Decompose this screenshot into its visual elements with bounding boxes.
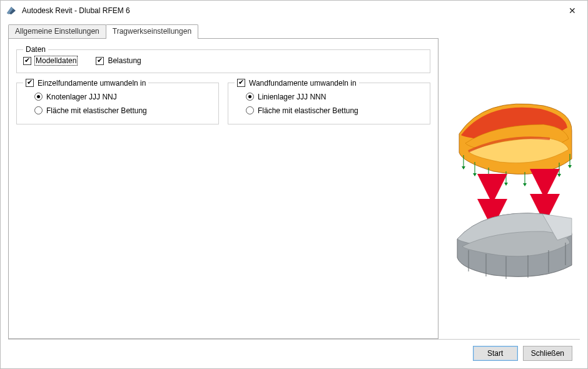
titlebar: Autodesk Revit - Dlubal RFEM 6 ✕ bbox=[1, 1, 587, 21]
group-legend-label: Wandfundamente umwandeln in bbox=[249, 79, 357, 88]
radio-nodal-support[interactable]: Knotenlager JJJ NNJ bbox=[34, 93, 212, 101]
tab-general[interactable]: Allgemeine Einstellungen bbox=[8, 24, 106, 38]
button-label: Start bbox=[487, 349, 503, 358]
checkbox-model-data[interactable]: ✔ Modelldaten bbox=[23, 56, 77, 65]
radio-icon bbox=[34, 93, 43, 101]
radio-icon bbox=[246, 93, 254, 101]
dialog-window: Autodesk Revit - Dlubal RFEM 6 ✕ Allgeme… bbox=[0, 0, 588, 369]
radio-line-support[interactable]: Linienlager JJJ NNN bbox=[246, 93, 423, 101]
checkbox-loading[interactable]: ✔ Belastung bbox=[96, 56, 141, 65]
radio-icon bbox=[34, 106, 43, 114]
tab-label: Allgemeine Einstellungen bbox=[15, 27, 99, 36]
tab-strip: Allgemeine Einstellungen Tragwerkseinste… bbox=[8, 24, 438, 38]
group-wall-foundations: ✔ Wandfundamente umwandeln in Linienlage… bbox=[228, 78, 430, 124]
checkbox-label: Belastung bbox=[108, 56, 141, 65]
radio-label: Linienlager JJJ NNN bbox=[258, 93, 326, 101]
radio-elastic-surface-wall[interactable]: Fläche mit elastischer Bettung bbox=[246, 106, 423, 115]
analysis-model-colored bbox=[459, 104, 572, 186]
checkmark-icon: ✔ bbox=[237, 79, 245, 87]
tab-label: Tragwerkseinstellungen bbox=[113, 27, 191, 36]
checkmark-icon: ✔ bbox=[23, 57, 31, 65]
radio-label: Knotenlager JJJ NNJ bbox=[46, 93, 117, 101]
button-label: Schließen bbox=[531, 349, 564, 358]
checkbox-label: Modelldaten bbox=[35, 56, 77, 65]
radio-icon bbox=[246, 106, 254, 114]
sync-illustration-icon bbox=[450, 90, 575, 284]
group-legend: Daten bbox=[23, 45, 48, 54]
close-button[interactable]: Schließen bbox=[523, 346, 572, 361]
group-single-foundations: ✔ Einzelfundamente umwandeln in Knotenla… bbox=[16, 78, 219, 124]
tabs-panel: Allgemeine Einstellungen Tragwerkseinste… bbox=[8, 24, 438, 339]
app-icon bbox=[6, 5, 17, 16]
close-icon[interactable]: ✕ bbox=[564, 4, 581, 17]
group-data: Daten ✔ Modelldaten ✔ Belastung bbox=[16, 45, 430, 73]
checkbox-wall-foundations[interactable]: ✔ Wandfundamente umwandeln in bbox=[237, 79, 357, 88]
start-button[interactable]: Start bbox=[473, 346, 518, 361]
dialog-footer: Start Schließen bbox=[8, 339, 580, 368]
bidirectional-arrows-icon bbox=[492, 184, 545, 214]
checkmark-icon: ✔ bbox=[26, 79, 34, 87]
radio-label: Fläche mit elastischer Bettung bbox=[258, 106, 358, 115]
checkbox-single-foundations[interactable]: ✔ Einzelfundamente umwandeln in bbox=[26, 79, 146, 88]
illustration-panel bbox=[445, 24, 580, 339]
window-title: Autodesk Revit - Dlubal RFEM 6 bbox=[22, 6, 130, 15]
group-legend-label: Einzelfundamente umwandeln in bbox=[38, 79, 146, 88]
content-area: Allgemeine Einstellungen Tragwerkseinste… bbox=[1, 21, 587, 339]
revit-model-grey bbox=[457, 213, 572, 279]
tab-page-structural: Daten ✔ Modelldaten ✔ Belastung bbox=[8, 38, 438, 339]
checkmark-icon: ✔ bbox=[96, 57, 104, 65]
tab-structural[interactable]: Tragwerkseinstellungen bbox=[106, 24, 198, 39]
radio-elastic-surface[interactable]: Fläche mit elastischer Bettung bbox=[34, 106, 212, 115]
radio-label: Fläche mit elastischer Bettung bbox=[46, 106, 147, 115]
